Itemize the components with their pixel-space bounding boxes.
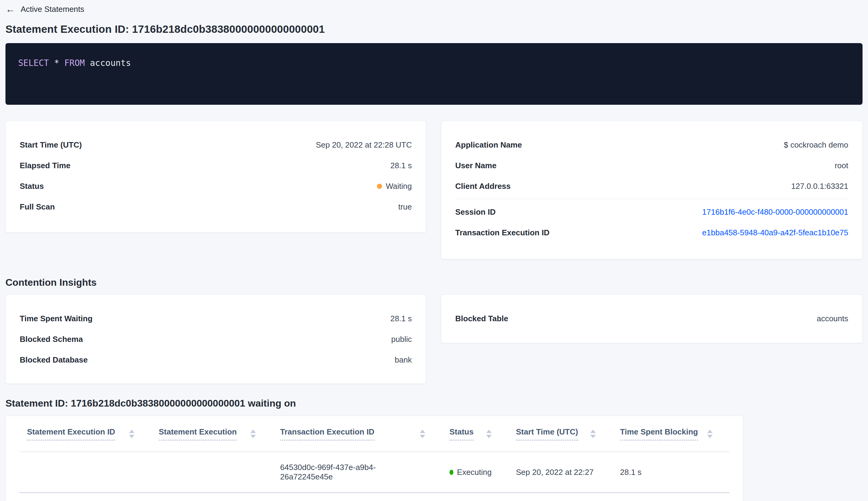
sort-icon[interactable] (590, 430, 596, 438)
breadcrumb-active-statements[interactable]: ← Active Statements (6, 2, 84, 16)
client-address-label: Client Address (455, 182, 511, 191)
column-header-statement-execution-id[interactable]: Statement Execution ID (19, 427, 151, 440)
sort-icon[interactable] (129, 430, 134, 438)
status-row: Status Waiting (20, 176, 412, 196)
sort-icon[interactable] (707, 430, 713, 438)
client-address-row: Client Address 127.0.0.1:63321 (455, 176, 848, 196)
column-header-status[interactable]: Status (442, 427, 508, 440)
blocked-database-label: Blocked Database (20, 355, 88, 365)
waiting-status-dot-icon (377, 184, 382, 189)
column-header-time-spent-blocking[interactable]: Time Spent Blocking (612, 427, 729, 440)
elapsed-time-row: Elapsed Time 28.1 s (20, 155, 412, 176)
status-value-text: Waiting (386, 182, 412, 191)
time-spent-waiting-label: Time Spent Waiting (20, 314, 93, 323)
user-name-row: User Name root (455, 155, 848, 176)
transaction-execution-id-label: Transaction Execution ID (455, 228, 550, 237)
full-scan-label: Full Scan (20, 202, 55, 212)
column-header-start-time[interactable]: Start Time (UTC) (508, 427, 612, 440)
elapsed-time-label: Elapsed Time (20, 161, 70, 170)
column-header-label: Status (449, 427, 474, 440)
contention-cards-row: Time Spent Waiting 28.1 s Blocked Schema… (6, 295, 862, 384)
statement-details-card: Start Time (UTC) Sep 20, 2022 at 22:28 U… (6, 121, 426, 233)
time-spent-waiting-row: Time Spent Waiting 28.1 s (20, 308, 412, 329)
session-details-card: Application Name $ cockroach demo User N… (441, 121, 862, 259)
cell-time-spent-blocking: 28.1 s (612, 468, 729, 477)
column-header-label: Time Spent Blocking (620, 427, 698, 440)
start-time-value: Sep 20, 2022 at 22:28 UTC (316, 140, 412, 150)
start-time-label: Start Time (UTC) (20, 140, 82, 150)
blocked-table-value: accounts (817, 314, 848, 323)
blocked-schema-value: public (391, 334, 412, 344)
application-name-row: Application Name $ cockroach demo (455, 135, 848, 155)
column-header-transaction-execution-id[interactable]: Transaction Execution ID (273, 427, 442, 440)
full-scan-value: true (398, 202, 412, 212)
sort-icon[interactable] (250, 430, 256, 438)
application-name-value: $ cockroach demo (784, 140, 848, 150)
sql-keyword-select: SELECT (18, 58, 49, 68)
column-header-label: Statement Execution ID (27, 427, 115, 440)
blocked-table-label: Blocked Table (455, 314, 508, 323)
table-row: 64530d0c-969f-437e-a9b4-26a72245e45e Exe… (19, 452, 729, 493)
status-label: Status (20, 182, 44, 191)
full-scan-row: Full Scan true (20, 196, 412, 217)
contention-right-card: Blocked Table accounts (441, 295, 862, 343)
sql-asterisk: * (54, 58, 59, 68)
start-time-row: Start Time (UTC) Sep 20, 2022 at 22:28 U… (20, 135, 412, 155)
status-value: Waiting (377, 182, 412, 191)
blocked-database-row: Blocked Database bank (20, 350, 412, 370)
executing-status-dot-icon (449, 470, 453, 475)
card-divider (455, 199, 848, 199)
cell-transaction-execution-id: 64530d0c-969f-437e-a9b4-26a72245e45e (273, 463, 442, 482)
table-header-row: Statement Execution ID Statement Executi… (19, 416, 729, 452)
waiting-on-heading: Statement ID: 1716b218dc0b38380000000000… (6, 398, 862, 409)
client-address-value: 127.0.0.1:63321 (791, 182, 848, 191)
sql-table-name: accounts (90, 58, 131, 68)
blocked-database-value: bank (395, 355, 412, 365)
session-id-label: Session ID (455, 207, 496, 217)
cell-status: Executing (442, 468, 508, 477)
column-header-label: Start Time (UTC) (516, 427, 578, 440)
sql-query-box: SELECT * FROM accounts (6, 43, 862, 105)
column-header-statement-execution[interactable]: Statement Execution (151, 427, 273, 440)
sql-keyword-from: FROM (64, 58, 85, 68)
session-id-link[interactable]: 1716b1f6-4e0c-f480-0000-000000000001 (702, 207, 848, 217)
transaction-execution-id-link[interactable]: e1bba458-5948-40a9-a42f-5feac1b10e75 (702, 228, 848, 237)
waiting-on-table: Statement Execution ID Statement Executi… (6, 416, 743, 501)
cell-start-time: Sep 20, 2022 at 22:27 (508, 468, 612, 477)
time-spent-waiting-value: 28.1 s (390, 314, 412, 323)
contention-insights-heading: Contention Insights (6, 277, 862, 288)
sort-icon[interactable] (486, 430, 492, 438)
details-cards-row: Start Time (UTC) Sep 20, 2022 at 22:28 U… (6, 121, 862, 259)
breadcrumb-label: Active Statements (21, 4, 84, 14)
cell-status-text: Executing (457, 468, 492, 477)
transaction-execution-id-row: Transaction Execution ID e1bba458-5948-4… (455, 222, 848, 243)
sort-icon[interactable] (420, 430, 425, 438)
column-header-label: Transaction Execution ID (280, 427, 375, 440)
contention-left-card: Time Spent Waiting 28.1 s Blocked Schema… (6, 295, 426, 384)
back-arrow-icon: ← (6, 4, 15, 14)
statement-execution-page: ← Active Statements Statement Execution … (0, 0, 868, 501)
page-title: Statement Execution ID: 1716b218dc0b3838… (6, 23, 862, 35)
sql-query: SELECT * FROM accounts (18, 58, 862, 68)
column-header-label: Statement Execution (159, 427, 237, 440)
session-id-row: Session ID 1716b1f6-4e0c-f480-0000-00000… (455, 202, 848, 222)
user-name-label: User Name (455, 161, 497, 170)
blocked-schema-label: Blocked Schema (20, 334, 83, 344)
blocked-table-row: Blocked Table accounts (455, 308, 848, 329)
blocked-schema-row: Blocked Schema public (20, 329, 412, 350)
user-name-value: root (835, 161, 848, 170)
application-name-label: Application Name (455, 140, 522, 150)
elapsed-time-value: 28.1 s (390, 161, 412, 170)
